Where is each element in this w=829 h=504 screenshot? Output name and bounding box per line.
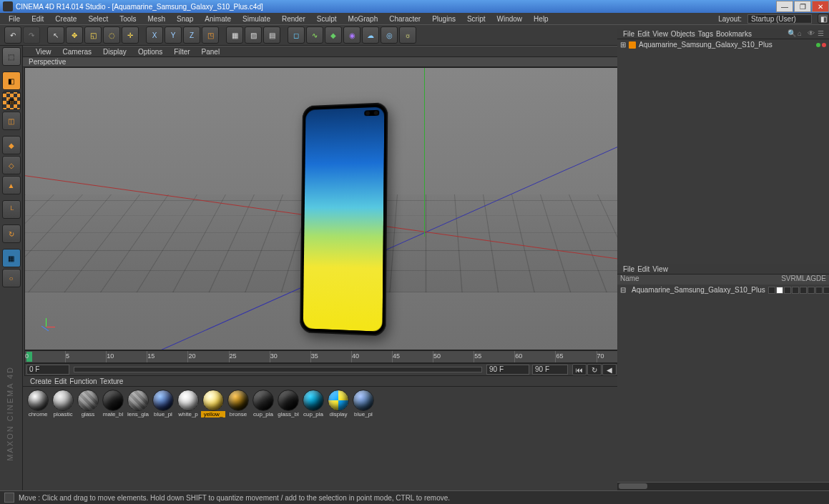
add-camera[interactable]: ◎: [381, 26, 398, 44]
render-settings[interactable]: ▤: [263, 26, 280, 44]
attr-menu-file[interactable]: File: [623, 265, 634, 273]
undo-button[interactable]: ↶: [4, 26, 21, 44]
attr-col-m[interactable]: M: [796, 275, 802, 285]
expand-icon[interactable]: ⊞: [620, 41, 626, 49]
material-yellow_[interactable]: yellow_: [201, 390, 225, 417]
coord-system[interactable]: ◳: [202, 26, 219, 44]
add-deformer[interactable]: ◉: [343, 26, 360, 44]
redo-button[interactable]: ↷: [23, 26, 40, 44]
view-menu-filter[interactable]: Filter: [170, 48, 194, 56]
obj-menu-objects[interactable]: Objects: [671, 30, 695, 38]
attr-col-g[interactable]: G: [810, 275, 816, 285]
menu-animate[interactable]: Animate: [200, 14, 235, 24]
menu-file[interactable]: File: [4, 14, 24, 24]
attr-menu-edit[interactable]: Edit: [637, 265, 649, 273]
attr-menu-view[interactable]: View: [652, 265, 668, 273]
view-menu-view[interactable]: View: [31, 48, 56, 56]
z-axis-lock[interactable]: Z: [183, 26, 200, 44]
add-environment[interactable]: ☁: [362, 26, 379, 44]
obj-menu-edit[interactable]: Edit: [637, 30, 649, 38]
object-tree[interactable]: ⊞ Aquamarine_Samsung_Galaxy_S10_Plus: [617, 39, 829, 264]
close-button[interactable]: ✕: [812, 1, 829, 12]
minimize-button[interactable]: —: [776, 1, 793, 12]
obj-menu-view[interactable]: View: [652, 30, 668, 38]
render-region[interactable]: ▨: [245, 26, 262, 44]
last-tool[interactable]: ✛: [122, 26, 139, 44]
x-axis-lock[interactable]: X: [146, 26, 163, 44]
view-menu-display[interactable]: Display: [99, 48, 131, 56]
menu-snap[interactable]: Snap: [172, 14, 197, 24]
visible-dot[interactable]: [816, 43, 820, 47]
menu-mesh[interactable]: Mesh: [144, 14, 170, 24]
mat-menu-texture[interactable]: Texture: [100, 377, 124, 385]
end-frame-field[interactable]: 90 F: [486, 365, 529, 375]
attr-col-a[interactable]: A: [806, 275, 811, 285]
material-glass_bl[interactable]: glass_bl: [276, 390, 300, 417]
attr-col-name[interactable]: Name: [620, 275, 781, 285]
material-cup_pla[interactable]: cup_pla: [301, 390, 325, 417]
menu-plugins[interactable]: Plugins: [428, 14, 460, 24]
menu-render[interactable]: Render: [278, 14, 310, 24]
scale-tool[interactable]: ◱: [84, 26, 102, 44]
model-mode[interactable]: ◧: [2, 71, 21, 90]
material-glass[interactable]: glass: [76, 390, 100, 417]
material-cup_pla[interactable]: cup_pla: [251, 390, 275, 417]
om-eye-icon[interactable]: 👁: [808, 29, 816, 38]
start-frame-field[interactable]: 0 F: [26, 365, 69, 375]
add-spline[interactable]: ∿: [306, 26, 323, 44]
menu-tools[interactable]: Tools: [115, 14, 140, 24]
layout-selector[interactable]: Startup (User): [747, 14, 812, 24]
attr-row[interactable]: ⊟ Aquamarine_Samsung_Galaxy_S10_Plus: [617, 285, 829, 295]
material-white_p[interactable]: white_p: [176, 390, 200, 417]
texture-mode[interactable]: ▦: [2, 92, 21, 110]
material-blue_pl[interactable]: blue_pl: [351, 390, 376, 417]
model-phone[interactable]: [300, 102, 388, 336]
attr-hscroll[interactable]: [617, 482, 829, 490]
menu-create[interactable]: Create: [51, 14, 81, 24]
point-mode[interactable]: ◆: [2, 136, 21, 154]
attr-col-s[interactable]: S: [781, 275, 786, 285]
menu-character[interactable]: Character: [385, 14, 425, 24]
view-menu-options[interactable]: Options: [134, 48, 167, 56]
attr-col-e[interactable]: E: [821, 275, 826, 285]
y-axis-lock[interactable]: Y: [165, 26, 182, 44]
mat-menu-create[interactable]: Create: [30, 377, 51, 385]
add-generator[interactable]: ◆: [325, 26, 342, 44]
workplane-mode[interactable]: ◫: [2, 112, 21, 130]
snap-mode[interactable]: ▦: [2, 249, 21, 267]
material-display[interactable]: display: [326, 390, 350, 417]
add-cube[interactable]: ◻: [288, 26, 305, 44]
goto-start[interactable]: ⏮: [572, 364, 587, 375]
material-blue_pl[interactable]: blue_pl: [151, 390, 175, 417]
locked-mode[interactable]: ○: [2, 269, 21, 287]
rotate-tool[interactable]: ◌: [103, 26, 120, 44]
menu-mograph[interactable]: MoGraph: [344, 14, 383, 24]
render-view[interactable]: ▦: [226, 26, 243, 44]
om-search-icon[interactable]: 🔍: [788, 29, 796, 38]
attr-col-r[interactable]: R: [791, 275, 796, 285]
maximize-button[interactable]: ❐: [794, 1, 811, 12]
object-name[interactable]: Aquamarine_Samsung_Galaxy_S10_Plus: [639, 41, 772, 49]
loop[interactable]: ↻: [587, 364, 602, 375]
polygon-mode[interactable]: ▲: [2, 176, 21, 194]
menu-window[interactable]: Window: [493, 14, 527, 24]
menu-edit[interactable]: Edit: [27, 14, 48, 24]
attr-col-d[interactable]: D: [816, 275, 821, 285]
mat-menu-function[interactable]: Function: [69, 377, 97, 385]
mat-menu-edit[interactable]: Edit: [54, 377, 67, 385]
material-ploastic[interactable]: ploastic: [51, 390, 75, 417]
render-dot[interactable]: [822, 43, 826, 47]
material-mate_bl[interactable]: mate_bl: [101, 390, 125, 417]
tweak-mode[interactable]: ↻: [2, 224, 21, 243]
view-menu-panel[interactable]: Panel: [197, 48, 225, 56]
menu-sculpt[interactable]: Sculpt: [313, 14, 341, 24]
obj-menu-file[interactable]: File: [623, 30, 634, 38]
menu-help[interactable]: Help: [529, 14, 553, 24]
material-chrome[interactable]: chrome: [26, 390, 50, 417]
menu-simulate[interactable]: Simulate: [238, 14, 275, 24]
obj-menu-bookmarks[interactable]: Bookmarks: [716, 30, 752, 38]
material-lens_gla[interactable]: lens_gla: [126, 390, 150, 417]
om-menu-icon[interactable]: ☰: [818, 29, 826, 38]
menu-select[interactable]: Select: [84, 14, 112, 24]
om-home-icon[interactable]: ⌂: [798, 29, 806, 38]
